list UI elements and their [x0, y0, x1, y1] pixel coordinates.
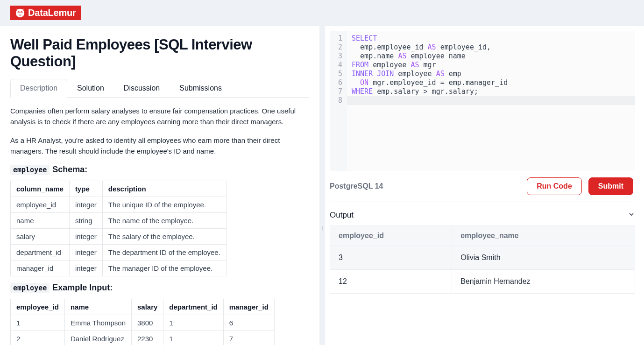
description-p1: Companies often perform salary analyses …: [10, 106, 309, 127]
table-cell: name: [11, 213, 70, 229]
table-cell: string: [69, 213, 102, 229]
schema-col-name: column_name: [11, 181, 70, 197]
table-row: 12Benjamin Hernandez: [330, 270, 635, 294]
ex-col-2: name: [64, 299, 131, 315]
table-cell: 1: [163, 331, 223, 345]
output-header[interactable]: Output: [330, 211, 635, 220]
line-number: 2: [338, 43, 342, 52]
svg-point-4: [21, 12, 22, 13]
schema-code: employee: [10, 165, 50, 175]
lemur-icon: [15, 8, 25, 18]
line-number: 8: [338, 96, 342, 105]
table-row: employee_idintegerThe unique ID of the e…: [11, 197, 226, 213]
run-row: PostgreSQL 14 Run Code Submit: [330, 171, 635, 202]
code-area[interactable]: SELECT emp.employee_id AS employee_id, e…: [347, 31, 635, 171]
panel-divider[interactable]: ⋮⋮: [319, 26, 325, 345]
table-cell: 1: [11, 315, 65, 331]
example-heading: employee Example Input:: [10, 283, 309, 293]
example-code: employee: [10, 283, 50, 293]
line-number: 7: [338, 87, 342, 96]
table-row: department_idintegerThe department ID of…: [11, 245, 226, 261]
table-cell: 3: [330, 246, 452, 270]
tab-solution[interactable]: Solution: [67, 79, 114, 98]
table-row: 1Emma Thompson380016: [11, 315, 275, 331]
table-cell: Olivia Smith: [452, 246, 635, 270]
submit-button[interactable]: Submit: [588, 177, 633, 195]
ex-col-3: salary: [131, 299, 163, 315]
output-section: Output employee_id employee_name 3Olivia…: [330, 202, 635, 294]
run-code-button[interactable]: Run Code: [527, 177, 582, 195]
right-panel: 12345678 SELECT emp.employee_id AS emplo…: [325, 26, 644, 345]
chevron-down-icon: [628, 211, 635, 220]
page-title: Well Paid Employees [SQL Interview Quest…: [10, 36, 309, 70]
drag-handle-icon: ⋮⋮: [321, 227, 324, 231]
schema-label: Schema:: [52, 165, 87, 175]
line-number: 5: [338, 70, 342, 78]
sql-editor[interactable]: 12345678 SELECT emp.employee_id AS emplo…: [330, 31, 635, 171]
out-col-1: employee_id: [330, 226, 452, 246]
table-cell: Daniel Rodriguez: [64, 331, 131, 345]
table-cell: integer: [69, 197, 102, 213]
line-number: 1: [338, 34, 342, 43]
schema-col-type: type: [69, 181, 102, 197]
table-cell: The unique ID of the employee.: [102, 197, 226, 213]
code-line: emp.name AS employee_name: [352, 52, 630, 61]
line-gutter: 12345678: [330, 31, 347, 171]
code-line: emp.employee_id AS employee_id,: [352, 43, 630, 52]
top-bar: DataLemur: [0, 0, 644, 26]
tab-description[interactable]: Description: [10, 79, 67, 98]
example-label: Example Input:: [52, 283, 113, 293]
output-title: Output: [330, 211, 354, 220]
code-line: WHERE emp.salary > mgr.salary;: [352, 87, 630, 96]
table-cell: 2230: [131, 331, 163, 345]
left-panel: Well Paid Employees [SQL Interview Quest…: [0, 26, 319, 345]
brand-logo[interactable]: DataLemur: [10, 6, 81, 20]
ex-col-1: employee_id: [11, 299, 65, 315]
table-cell: The salary of the employee.: [102, 229, 226, 245]
code-line: [347, 96, 635, 105]
table-cell: Emma Thompson: [64, 315, 131, 331]
table-cell: Benjamin Hernandez: [452, 270, 635, 294]
schema-heading: employee Schema:: [10, 165, 309, 175]
output-table: employee_id employee_name 3Olivia Smith1…: [330, 225, 635, 294]
table-cell: 3800: [131, 315, 163, 331]
table-cell: employee_id: [11, 197, 70, 213]
code-line: FROM employee AS mgr: [352, 61, 630, 70]
table-cell: integer: [69, 245, 102, 261]
description-p2: As a HR Analyst, you're asked to identif…: [10, 135, 309, 156]
table-cell: 1: [163, 315, 223, 331]
table-cell: integer: [69, 261, 102, 276]
ex-col-4: department_id: [163, 299, 223, 315]
svg-point-3: [18, 12, 19, 13]
table-cell: The manager ID of the employee.: [102, 261, 226, 276]
tab-submissions[interactable]: Submissions: [170, 79, 232, 98]
line-number: 3: [338, 52, 342, 61]
table-row: salaryintegerThe salary of the employee.: [11, 229, 226, 245]
table-row: 3Olivia Smith: [330, 246, 635, 270]
table-cell: 6: [223, 315, 274, 331]
line-number: 6: [338, 78, 342, 87]
code-line: INNER JOIN employee AS emp: [352, 70, 630, 78]
table-cell: manager_id: [11, 261, 70, 276]
table-cell: integer: [69, 229, 102, 245]
db-label: PostgreSQL 14: [330, 182, 383, 190]
table-row: 2Daniel Rodriguez223017: [11, 331, 275, 345]
code-line: ON mgr.employee_id = emp.manager_id: [352, 78, 630, 87]
table-cell: 12: [330, 270, 452, 294]
table-row: manager_idintegerThe manager ID of the e…: [11, 261, 226, 276]
brand-text: DataLemur: [28, 7, 76, 18]
schema-col-desc: description: [102, 181, 226, 197]
svg-point-0: [16, 8, 24, 17]
table-cell: salary: [11, 229, 70, 245]
out-col-2: employee_name: [452, 226, 635, 246]
schema-table: column_name type description employee_id…: [10, 181, 226, 276]
table-cell: The department ID of the employee.: [102, 245, 226, 261]
table-cell: department_id: [11, 245, 70, 261]
table-cell: 7: [223, 331, 274, 345]
code-line: SELECT: [352, 34, 630, 43]
tab-discussion[interactable]: Discussion: [114, 79, 170, 98]
table-row: namestringThe name of the employee.: [11, 213, 226, 229]
line-number: 4: [338, 61, 342, 70]
example-table: employee_id name salary department_id ma…: [10, 299, 275, 345]
table-cell: The name of the employee.: [102, 213, 226, 229]
